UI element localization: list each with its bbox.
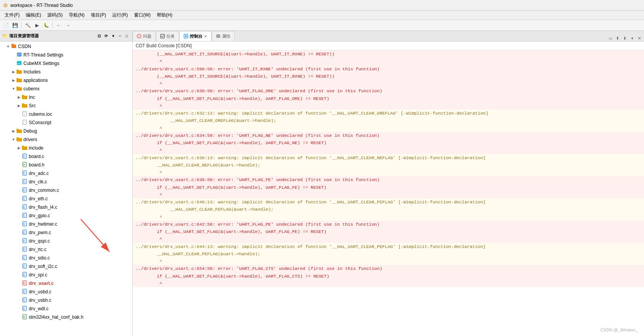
tree-item-drv-qspi-c[interactable]: Cdrv_qspi.c	[0, 237, 132, 245]
tree-icon-inc	[22, 95, 28, 100]
tree-arrow-include[interactable]: ▶	[16, 146, 22, 150]
tab-menu-btn[interactable]: ▾	[629, 35, 635, 41]
sidebar-minimize-btn[interactable]: ─	[117, 33, 123, 39]
tab-problems[interactable]: !问题	[133, 31, 156, 41]
console-line-23: ../drivers/drv_usart.c:642:50: error: 'U…	[133, 221, 644, 228]
right-panel: !问题任务控制台✕属性 ▭ ⬆ ⬇ ▾ ✕ CDT Build Console …	[133, 31, 644, 336]
svg-text:C: C	[23, 307, 25, 310]
menubar-item-导航(N)[interactable]: 导航(N)	[66, 11, 88, 19]
tree-item-drivers[interactable]: ▼drivers	[0, 135, 132, 144]
tree-label-rt-thread-settings: RT-Thread Settings	[23, 52, 63, 58]
tree-arrow-debug[interactable]: ▶	[11, 129, 16, 133]
menubar-item-文件(F)[interactable]: 文件(F)	[2, 11, 23, 19]
tree-item-drv-hwtimer-c[interactable]: Cdrv_hwtimer.c	[0, 220, 132, 228]
console-line-1: ^	[133, 58, 644, 65]
svg-text:C: C	[23, 155, 25, 158]
tree-icon-drv-eth-c: C	[22, 196, 28, 202]
tree-item-cubemx-settings[interactable]: MXCubeMX Settings	[0, 59, 132, 68]
tab-tasks[interactable]: 任务	[156, 31, 179, 41]
tree-item-rt-thread-settings[interactable]: RTRT-Thread Settings	[0, 51, 132, 59]
svg-text:!: !	[139, 35, 139, 38]
toolbar-debug-btn[interactable]: 🐛	[42, 21, 50, 30]
tree-arrow-drivers[interactable]: ▼	[11, 138, 16, 141]
console-line-29: ../drivers/drv_usart.c:654:50: error: 'U…	[133, 265, 644, 272]
tree-label-board-h: board.h	[29, 162, 45, 168]
tree-label-src: Src	[29, 103, 36, 108]
tree-item-drv-usbh-c[interactable]: Cdrv_usbh.c	[0, 296, 132, 304]
sidebar-maximize-btn[interactable]: □	[124, 33, 130, 39]
tree-item-src[interactable]: ▶Src	[0, 101, 132, 110]
tab-close-all-btn[interactable]: ✕	[636, 35, 642, 41]
tree-label-applications: applications	[23, 78, 48, 83]
toolbar-forward-btn[interactable]: →	[64, 21, 72, 30]
sidebar-collapse-btn[interactable]: ⊡	[96, 33, 102, 39]
tree-arrow-includes[interactable]: ▶	[11, 70, 16, 74]
toolbar-build-btn[interactable]: 🔨	[23, 21, 32, 30]
console-line-9: __HAL_UART_CLEAR_OREFLAG(&uart->handle);	[133, 117, 644, 124]
tree-item-drv-usbd-c[interactable]: Cdrv_usbd.c	[0, 288, 132, 296]
menubar-item-源码(S)[interactable]: 源码(S)	[44, 11, 66, 19]
tree-label-drv-gpio-c: drv_gpio.c	[29, 213, 50, 218]
tree-item-csdn[interactable]: ▼CSDN	[0, 42, 132, 51]
tree-item-drv-rtc-c[interactable]: Cdrv_rtc.c	[0, 245, 132, 254]
tree-label-drv-clk-c: drv_clk.c	[29, 179, 47, 185]
tree-icon-drv-hwtimer-c: C	[22, 221, 28, 228]
menubar-item-运行(R)[interactable]: 运行(R)	[109, 11, 131, 19]
tree-item-drv-spi-c[interactable]: Cdrv_spi.c	[0, 271, 132, 279]
tree-item-includes[interactable]: ▶Includes	[0, 68, 132, 76]
tree-item-cubemx-ioc[interactable]: cubemx.ioc	[0, 110, 132, 118]
tree-item-inc[interactable]: ▶Inc	[0, 93, 132, 101]
tree-item-drv-soft-i2c-c[interactable]: Cdrv_soft_i2c.c	[0, 262, 132, 271]
toolbar-save-btn[interactable]: 💾	[11, 21, 19, 30]
tree-arrow-csdn[interactable]: ▼	[5, 45, 11, 48]
tree-item-applications[interactable]: ▶applications	[0, 76, 132, 85]
tree-item-include[interactable]: ▶include	[0, 144, 132, 152]
menubar-item-项目(P)[interactable]: 项目(P)	[88, 11, 109, 19]
tab-close-console[interactable]: ✕	[204, 35, 207, 38]
tree-item-drv-common-c[interactable]: Cdrv_common.c	[0, 186, 132, 195]
tree-arrow-cubemx[interactable]: ▼	[11, 87, 16, 91]
tree-item-drv-gpio-c[interactable]: Cdrv_gpio.c	[0, 211, 132, 220]
tree-item-drv-wdt-c[interactable]: Cdrv_wdt.c	[0, 304, 132, 313]
tab-maximize-btn[interactable]: ⬇	[622, 35, 628, 41]
console-output[interactable]: (__HAL_UART_GET_IT_SOURCE(&(uart->handle…	[133, 50, 644, 336]
tree-icon-stm32l4xx-hal-conf-bak-h: H	[22, 314, 28, 321]
toolbar-new-btn[interactable]: 📄	[2, 21, 10, 30]
tree-label-drv-sdio-c: drv_sdio.c	[29, 255, 50, 261]
tree-arrow-inc[interactable]: ▶	[16, 95, 22, 99]
console-line-20: ../drivers/drv_usart.c:640:13: warning: …	[133, 198, 644, 206]
sidebar-sync-btn[interactable]: ⟳	[103, 33, 109, 39]
tree-item-drv-flash-l4-c[interactable]: Cdrv_flash_l4.c	[0, 203, 132, 211]
tree-item-cubemx[interactable]: ▼cubemx	[0, 85, 132, 93]
tree-item-drv-usart-c[interactable]: Cdrv_usart.c	[0, 279, 132, 288]
console-line-24: if (__HAL_UART_GET_FLAG(&(uart->handle),…	[133, 228, 644, 235]
tree-item-board-h[interactable]: Hboard.h	[0, 161, 132, 169]
tab-label-properties: 属性	[222, 33, 231, 39]
menubar-item-帮助(H)[interactable]: 帮助(H)	[154, 11, 176, 19]
tree-item-drv-eth-c[interactable]: Cdrv_eth.c	[0, 195, 132, 203]
tree-item-stm32l4xx-hal-conf-bak-h[interactable]: Hstm32l4xx_hal_conf_bak.h	[0, 313, 132, 321]
menubar-item-窗口(W)[interactable]: 窗口(W)	[131, 11, 154, 19]
tab-minimize-btn[interactable]: ▭	[607, 35, 613, 41]
tree-label-drv-usbh-c: drv_usbh.c	[29, 298, 51, 303]
menubar-item-编辑(E)[interactable]: 编辑(E)	[23, 11, 44, 19]
tab-properties[interactable]: 属性	[212, 31, 235, 41]
toolbar: 📄 💾 🔨 ▶ 🐛 ← →	[0, 20, 644, 31]
tree-item-drv-pwm-c[interactable]: Cdrv_pwm.c	[0, 228, 132, 237]
svg-text:H: H	[23, 163, 25, 166]
tab-expand-btn[interactable]: ⬆	[614, 35, 621, 41]
tree-item-drv-clk-c[interactable]: Cdrv_clk.c	[0, 178, 132, 186]
tree-arrow-src[interactable]: ▶	[16, 104, 22, 108]
tree-item-drv-adc-c[interactable]: Cdrv_adc.c	[0, 169, 132, 178]
toolbar-back-btn[interactable]: ←	[55, 21, 63, 30]
sidebar-menu-btn[interactable]: ▾	[110, 33, 116, 39]
tab-console[interactable]: 控制台✕	[179, 31, 211, 41]
tree-arrow-applications[interactable]: ▶	[11, 78, 16, 82]
tree-item-debug[interactable]: ▶Debug	[0, 127, 132, 135]
tree-item-board-c[interactable]: Cboard.c	[0, 152, 132, 161]
tree-icon-drv-usart-c: C	[22, 280, 28, 287]
tree-item-drv-sdio-c[interactable]: Cdrv_sdio.c	[0, 254, 132, 262]
console-line-16: ^	[133, 169, 644, 176]
tree-item-sconscript[interactable]: SConscript	[0, 118, 132, 127]
toolbar-run-btn[interactable]: ▶	[33, 21, 41, 30]
